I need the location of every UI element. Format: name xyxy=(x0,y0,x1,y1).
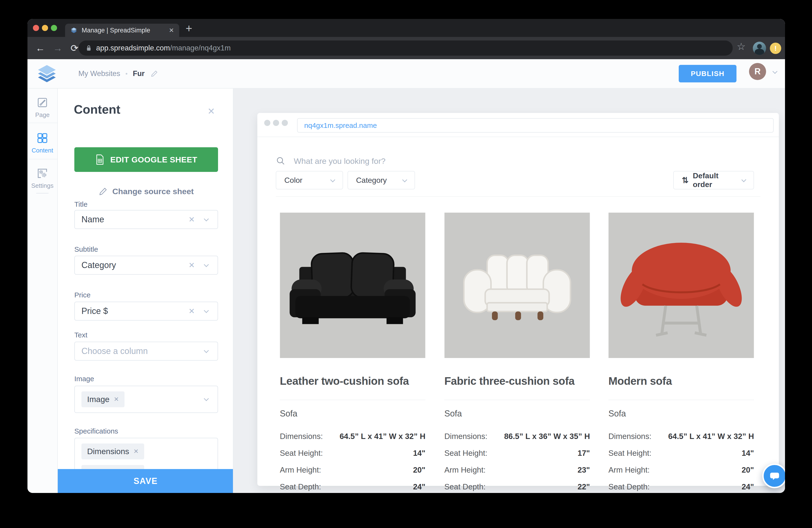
user-avatar[interactable]: R xyxy=(749,63,766,80)
product-card[interactable]: Modern sofa Sofa Dimensions: 64.5” L x 4… xyxy=(608,213,754,491)
browser-update-badge[interactable]: ! xyxy=(770,43,781,54)
back-icon[interactable]: ← xyxy=(35,43,45,54)
desktop-background: Manage | SpreadSimple ✕ + ← → ⟳ app.spre… xyxy=(0,0,812,528)
sort-order-dropdown[interactable]: ⇅ Default order xyxy=(673,171,754,189)
chevron-down-icon[interactable] xyxy=(204,308,209,313)
spec-row: Seat Depth: 22" xyxy=(444,482,590,491)
spreadsimple-logo[interactable] xyxy=(35,63,58,84)
text-column-select[interactable]: Choose a column xyxy=(74,342,218,361)
preview-site-url[interactable]: nq4gx1m.spread.name xyxy=(304,122,377,129)
clear-icon[interactable]: ✕ xyxy=(188,306,195,316)
product-photo-black-leather-sofa[interactable] xyxy=(280,213,425,358)
sidebar-item-content[interactable]: Content xyxy=(27,124,57,159)
address-bar[interactable]: app.spreadsimple.com /manage/nq4gx1m xyxy=(78,41,733,56)
reload-icon[interactable]: ⟳ xyxy=(71,43,78,54)
publish-button[interactable]: PUBLISH xyxy=(679,65,737,82)
breadcrumb-my-websites[interactable]: My Websites xyxy=(78,69,120,78)
bookmark-star-icon[interactable]: ☆ xyxy=(737,41,746,52)
chevron-down-icon[interactable] xyxy=(204,396,209,401)
site-preview-frame: nq4gx1m.spread.name What are you looking… xyxy=(257,113,779,486)
clear-icon[interactable]: ✕ xyxy=(188,215,195,224)
spec-row: Seat Depth: 24" xyxy=(608,482,754,491)
preview-url-bar[interactable]: nq4gx1m.spread.name xyxy=(297,118,774,132)
browser-profile-avatar[interactable] xyxy=(753,42,766,55)
browser-tab[interactable]: Manage | SpreadSimple ✕ xyxy=(65,24,179,37)
chevron-down-icon xyxy=(402,177,407,182)
field-label-specifications: Specifications xyxy=(74,427,118,435)
tab-strip: Manage | SpreadSimple ✕ + xyxy=(27,19,785,37)
settings-gears-icon xyxy=(37,167,48,179)
filter-category-dropdown[interactable]: Category xyxy=(348,171,415,189)
product-card[interactable]: Leather two-cushion sofa Sofa Dimensions… xyxy=(280,213,425,491)
filter-color-dropdown[interactable]: Color xyxy=(276,171,343,189)
url-path: /manage/nq4gx1m xyxy=(170,44,231,52)
price-column-value: Price $ xyxy=(82,306,108,316)
forward-icon[interactable]: → xyxy=(53,43,62,54)
change-source-sheet-link[interactable]: Change source sheet xyxy=(74,186,218,197)
chevron-down-icon[interactable] xyxy=(204,348,209,353)
save-button[interactable]: SAVE xyxy=(58,469,233,493)
mac-close-button[interactable] xyxy=(33,25,39,31)
chat-widget-button[interactable] xyxy=(762,463,785,488)
page-brush-icon xyxy=(37,97,48,109)
image-column-tag: Image ✕ xyxy=(82,391,125,407)
field-label-subtitle: Subtitle xyxy=(74,245,98,253)
text-column-placeholder: Choose a column xyxy=(82,346,148,356)
panel-close-icon[interactable]: ✕ xyxy=(207,106,215,116)
browser-toolbar: ← → ⟳ app.spreadsimple.com /manage/nq4gx… xyxy=(27,37,785,59)
field-label-image: Image xyxy=(74,375,94,383)
spec-row: Dimensions: 64.5” L x 41” W x 32” H xyxy=(280,432,425,441)
image-column-select[interactable]: Image ✕ xyxy=(74,386,218,413)
price-column-select[interactable]: Price $ ✕ xyxy=(74,302,218,320)
product-title[interactable]: Fabric three-cushion sofa xyxy=(444,374,590,387)
subtitle-column-select[interactable]: Category ✕ xyxy=(74,256,218,275)
black-leather-sofa-image xyxy=(280,213,425,358)
search-placeholder: What are you looking for? xyxy=(294,157,386,166)
field-label-price: Price xyxy=(74,291,90,299)
new-tab-button[interactable]: + xyxy=(186,22,192,35)
product-specs: Dimensions: 64.5” L x 41” W x 32” H Seat… xyxy=(608,432,754,491)
edit-site-name-pencil-icon[interactable] xyxy=(150,70,158,78)
product-divider xyxy=(280,400,425,400)
product-specs: Dimensions: 86.5” L x 36” W x 35” H Seat… xyxy=(444,432,590,491)
mac-zoom-button[interactable] xyxy=(51,25,57,31)
tab-close-icon[interactable]: ✕ xyxy=(169,27,174,34)
spec-row: Seat Height: 14" xyxy=(608,449,754,458)
field-label-title: Title xyxy=(74,200,88,208)
clear-icon[interactable]: ✕ xyxy=(188,261,195,270)
product-photo-white-fabric-sofa[interactable] xyxy=(444,213,590,358)
breadcrumb-separator: • xyxy=(126,70,128,77)
tag-remove-icon[interactable]: ✕ xyxy=(133,448,139,455)
sidebar-item-page[interactable]: Page xyxy=(27,88,57,123)
url-host: app.spreadsimple.com xyxy=(96,44,170,52)
editor-sidebar: Page Content xyxy=(27,88,58,493)
product-divider xyxy=(444,400,590,400)
preview-window-dot xyxy=(273,120,279,126)
content-grid-icon xyxy=(37,132,48,144)
product-title[interactable]: Leather two-cushion sofa xyxy=(280,374,425,387)
user-menu-chevron-down-icon[interactable] xyxy=(772,69,778,74)
tag-remove-icon[interactable]: ✕ xyxy=(114,396,119,403)
edit-google-sheet-button[interactable]: EDIT GOOGLE SHEET xyxy=(74,147,218,172)
product-photo-red-modern-sofa[interactable] xyxy=(608,213,754,358)
title-column-select[interactable]: Name ✕ xyxy=(74,210,218,229)
preview-divider xyxy=(257,137,779,137)
preview-window-dot xyxy=(264,120,270,126)
product-title[interactable]: Modern sofa xyxy=(608,374,754,387)
chevron-down-icon[interactable] xyxy=(204,216,209,221)
sidebar-item-settings[interactable]: Settings xyxy=(27,160,57,193)
spec-row: Seat Height: 17" xyxy=(444,449,590,458)
sort-arrows-icon: ⇅ xyxy=(682,175,688,185)
subtitle-column-value: Category xyxy=(82,260,116,270)
mac-minimize-button[interactable] xyxy=(42,25,48,31)
white-fabric-sofa-image xyxy=(444,213,590,358)
chevron-down-icon[interactable] xyxy=(204,262,209,267)
site-search[interactable]: What are you looking for? xyxy=(276,153,386,169)
content-panel: Content ✕ EDIT GOOGLE SHEET Change sourc… xyxy=(58,88,233,493)
spec-row: Dimensions: 64.5” L x 41” W x 32” H xyxy=(608,432,754,441)
app-header: My Websites • Fur PUBLISH R xyxy=(27,59,785,88)
spec-row: Arm Height: 20" xyxy=(608,466,754,474)
product-card[interactable]: Fabric three-cushion sofa Sofa Dimension… xyxy=(444,213,590,491)
chat-bubble-icon xyxy=(769,470,780,482)
browser-window: Manage | SpreadSimple ✕ + ← → ⟳ app.spre… xyxy=(27,19,785,493)
